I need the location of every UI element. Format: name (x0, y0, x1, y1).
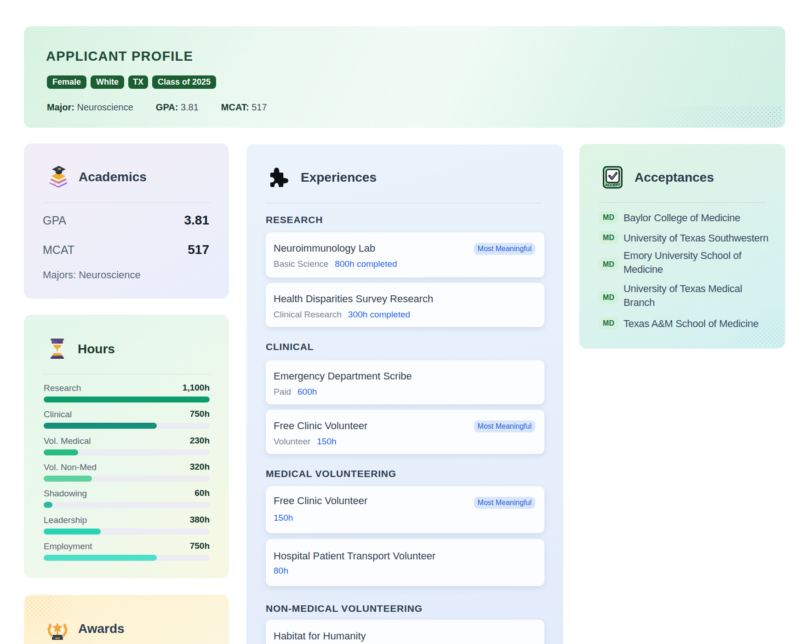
svg-text:ACCEPT: ACCEPT (605, 183, 621, 187)
